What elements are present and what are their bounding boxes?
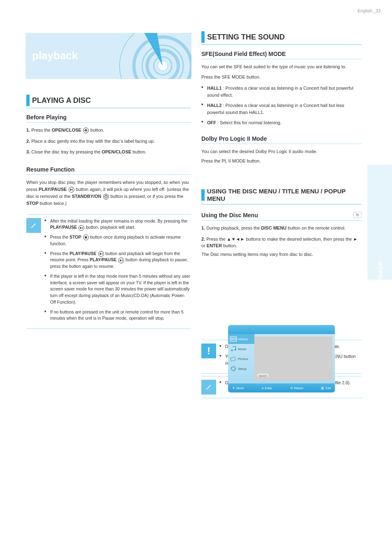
- svg-rect-14: [231, 357, 236, 362]
- btn-label: PLAY/PAUSE: [50, 225, 77, 230]
- hint-return: ↺Return: [290, 386, 304, 390]
- play-pause-icon: [78, 225, 84, 231]
- text: or: [201, 243, 207, 248]
- ss-bottom-bar: ✦Move ⎆Enter ↺Return ▥Exit: [228, 383, 335, 392]
- gear-icon: [230, 365, 237, 372]
- exit-icon: ▥: [321, 386, 324, 390]
- svg-point-12: [231, 349, 233, 351]
- ss-sidebar: Videos Music Photos Setup: [228, 334, 254, 383]
- text: button on the remote control.: [288, 225, 346, 230]
- label: Setup: [238, 367, 247, 371]
- section-bar-icon: [26, 95, 30, 106]
- list-item: HALL2 : Provides a clear vocal as listen…: [201, 102, 362, 116]
- note-icon: [201, 380, 216, 395]
- step: Press the PL II MODE button.: [201, 158, 362, 165]
- page-language: English: [357, 8, 372, 13]
- btn-label: PLAY/PAUSE: [69, 251, 96, 256]
- note-icon: [26, 218, 41, 233]
- dpad-icon: ✦: [232, 386, 235, 390]
- disc-type-badge: h: [353, 212, 362, 218]
- play-pause-icon: [118, 258, 124, 263]
- text: The Disc menu setting items may vary fro…: [201, 252, 313, 257]
- btn-label: PLAY/PAUSE: [90, 257, 116, 262]
- hint-enter: ⎆Enter: [262, 386, 272, 390]
- label: Videos: [238, 337, 248, 341]
- paragraph: You can set the SFE best suited to the t…: [201, 63, 362, 70]
- return-icon: ↺: [290, 386, 293, 390]
- btn-label: OPEN/CLOSE: [52, 128, 81, 132]
- section-title: USING THE DISC MENU / TITLE MENU / POPUP…: [207, 188, 362, 202]
- step-2: 2. Place a disc gently into the tray wit…: [26, 138, 191, 145]
- section-heading: SETTING THE SOUND: [201, 31, 362, 43]
- option-label: HALL2: [207, 103, 221, 108]
- paragraph: You can select the desired Dolby Pro Log…: [201, 148, 362, 155]
- text: If the player is left in the stop mode m…: [50, 274, 190, 304]
- btn-label: PLAY/PAUSE: [39, 187, 67, 192]
- photo-icon: [230, 355, 237, 362]
- svg-point-10: [231, 338, 233, 340]
- sub-rule: [26, 122, 191, 123]
- btn-label: ENTER: [207, 243, 222, 248]
- step-text: Press the: [31, 128, 52, 132]
- root-button[interactable]: ROOT: [257, 374, 269, 379]
- text: button.: [223, 243, 237, 248]
- subheading: Using the Disc Menu h: [201, 212, 362, 218]
- section-rule: [26, 108, 191, 108]
- sub-rule: [201, 144, 362, 144]
- page-number: _33: [373, 8, 380, 13]
- note-content: After the initial loading the player rem…: [44, 218, 191, 325]
- text: button is pressed, or if you press the: [111, 194, 183, 199]
- text: If no buttons are pressed on the unit or…: [50, 309, 184, 321]
- sub-rule: [26, 174, 191, 175]
- svg-point-11: [234, 338, 236, 340]
- btn-label: STANDBY/ON: [72, 194, 101, 199]
- list-item: OFF : Select this for normal listening.: [201, 119, 362, 126]
- sidebar-item-music[interactable]: Music: [228, 344, 254, 354]
- step-1: 1. Press the OPEN/CLOSE button.: [26, 127, 191, 134]
- sub-rule: [201, 220, 362, 221]
- chapter-banner: playback: [25, 33, 191, 79]
- subheading: Resume Function: [26, 166, 191, 173]
- list-item: After the initial loading the player rem…: [44, 218, 191, 231]
- section-rule: [201, 44, 362, 45]
- step-text: Close the disc tray by pressing the: [31, 149, 101, 154]
- alert-icon: !: [201, 344, 216, 358]
- btn-label: STOP: [26, 201, 39, 206]
- disc-graphic: [118, 33, 191, 79]
- subheading: SFE(Sound Field Effect) MODE: [201, 51, 362, 57]
- label: Music: [238, 347, 247, 351]
- ui-screenshot: Videos Music Photos Setup ROOT ✦Move ⎆En…: [228, 325, 335, 392]
- ss-body: Videos Music Photos Setup ROOT: [228, 334, 335, 383]
- label: Photos: [238, 357, 248, 361]
- enter-icon: ⎆: [262, 386, 264, 390]
- text: Press the: [206, 237, 227, 242]
- list-item: If no buttons are pressed on the unit or…: [44, 309, 191, 322]
- film-icon: [230, 336, 237, 342]
- sidebar-item-photos[interactable]: Photos: [228, 354, 254, 364]
- svg-rect-8: [85, 237, 87, 239]
- btn-label: STOP: [69, 235, 81, 239]
- sidebar-item-setup[interactable]: Setup: [228, 364, 254, 374]
- btn-label: DISC MENU: [261, 225, 287, 230]
- section-rule: [201, 204, 362, 204]
- hint-exit: ▥Exit: [321, 386, 331, 390]
- text: Press the: [50, 251, 69, 256]
- step-1: 1. During playback, press the DISC MENU …: [201, 225, 362, 232]
- text: buttons to make the desired selection, t…: [246, 237, 353, 242]
- list-item: HALL1 : Provides a clear vocal as listen…: [201, 85, 362, 99]
- music-note-icon: [230, 346, 237, 352]
- left-column: PLAYING A DISC Before Playing 1. Press t…: [26, 95, 191, 329]
- ss-main-area: ROOT: [254, 337, 332, 381]
- option-label: HALL1: [207, 86, 221, 91]
- list-item: Press the PLAY/PAUSE button and playback…: [44, 251, 191, 270]
- btn-label: ►: [353, 237, 358, 242]
- option-label: OFF: [207, 120, 216, 125]
- eject-icon: [83, 128, 89, 133]
- subheading: Dolby Pro Logic II Mode: [201, 135, 362, 142]
- svg-point-13: [234, 349, 236, 351]
- subheading: Before Playing: [26, 114, 191, 121]
- sub-rule: [201, 59, 362, 59]
- step-2: 2. Press the ▲▼◄► buttons to make the de…: [201, 236, 362, 258]
- sidebar-item-videos[interactable]: Videos: [228, 334, 254, 344]
- step-text: Place a disc gently into the tray with t…: [31, 139, 155, 144]
